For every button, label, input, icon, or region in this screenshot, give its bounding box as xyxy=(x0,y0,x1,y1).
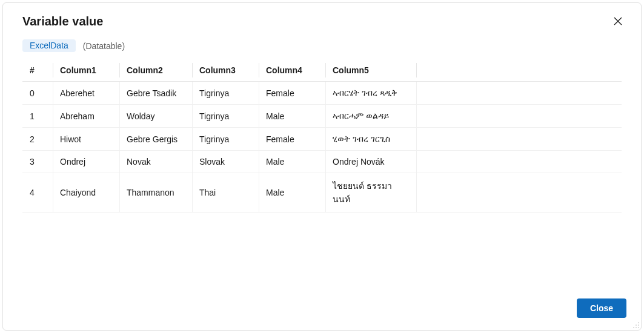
svg-point-3 xyxy=(636,325,637,326)
cell-index: 0 xyxy=(22,82,53,105)
svg-point-2 xyxy=(638,322,639,323)
cell-c5: ኣብርሓም ወልዳይ xyxy=(325,105,416,128)
table-container: # Column1 Column2 Column3 Column4 Column… xyxy=(3,59,641,289)
table-row[interactable]: 3OndrejNovakSlovakMaleOndrej Novák xyxy=(22,151,622,173)
cell-c5: ኣብርሄት ገብረ ጻዲቅ xyxy=(325,82,416,105)
cell-c5: ไชยยนต์ ธรรมานนท์ xyxy=(325,173,416,213)
svg-point-6 xyxy=(636,327,637,328)
cell-spacer xyxy=(416,128,622,151)
cell-index: 4 xyxy=(22,173,53,213)
data-table: # Column1 Column2 Column3 Column4 Column… xyxy=(22,59,622,213)
svg-point-7 xyxy=(638,327,639,328)
cell-index: 2 xyxy=(22,128,53,151)
cell-spacer xyxy=(416,151,622,173)
cell-c3: Tigrinya xyxy=(192,128,259,151)
cell-c1: Ondrej xyxy=(53,151,119,173)
dialog-header: Variable value xyxy=(3,3,641,35)
header-column5[interactable]: Column5 xyxy=(325,59,416,82)
close-icon[interactable] xyxy=(609,13,626,30)
cell-c4: Female xyxy=(259,82,325,105)
cell-c1: Abreham xyxy=(53,105,119,128)
variable-type-label: (Datatable) xyxy=(83,41,125,51)
variable-name-pill[interactable]: ExcelData xyxy=(22,39,76,52)
header-column2[interactable]: Column2 xyxy=(119,59,192,82)
cell-spacer xyxy=(416,105,622,128)
header-index[interactable]: # xyxy=(22,59,53,82)
table-row[interactable]: 0AberehetGebre TsadikTigrinyaFemaleኣብርሄት… xyxy=(22,82,622,105)
cell-c2: Thammanon xyxy=(119,173,192,213)
cell-c4: Male xyxy=(259,173,325,213)
cell-c1: Aberehet xyxy=(53,82,119,105)
cell-c2: Gebre Tsadik xyxy=(119,82,192,105)
svg-point-5 xyxy=(633,327,634,328)
cell-c3: Thai xyxy=(192,173,259,213)
cell-c2: Novak xyxy=(119,151,192,173)
cell-c3: Tigrinya xyxy=(192,82,259,105)
resize-grip-icon[interactable] xyxy=(631,320,640,329)
table-header-row: # Column1 Column2 Column3 Column4 Column… xyxy=(22,59,622,82)
cell-c2: Gebre Gergis xyxy=(119,128,192,151)
cell-c4: Male xyxy=(259,151,325,173)
cell-c4: Male xyxy=(259,105,325,128)
dialog-title: Variable value xyxy=(22,15,103,28)
cell-c1: Chaiyond xyxy=(53,173,119,213)
header-column4[interactable]: Column4 xyxy=(259,59,325,82)
variable-value-dialog: Variable value ExcelData (Datatable) xyxy=(2,2,642,331)
header-column1[interactable]: Column1 xyxy=(53,59,119,82)
header-spacer xyxy=(416,59,622,82)
variable-info-row: ExcelData (Datatable) xyxy=(3,35,641,59)
cell-c5: Ondrej Novák xyxy=(325,151,416,173)
cell-spacer xyxy=(416,173,622,213)
cell-index: 1 xyxy=(22,105,53,128)
cell-c3: Tigrinya xyxy=(192,105,259,128)
close-button[interactable]: Close xyxy=(577,298,626,318)
header-column3[interactable]: Column3 xyxy=(192,59,259,82)
cell-index: 3 xyxy=(22,151,53,173)
cell-c5: ሂወት ገብረ ገርጊስ xyxy=(325,128,416,151)
svg-point-4 xyxy=(638,325,639,326)
cell-c2: Wolday xyxy=(119,105,192,128)
table-row[interactable]: 2HiwotGebre GergisTigrinyaFemaleሂወት ገብረ … xyxy=(22,128,622,151)
table-row[interactable]: 4ChaiyondThammanonThaiMaleไชยยนต์ ธรรมาน… xyxy=(22,173,622,213)
table-row[interactable]: 1AbrehamWoldayTigrinyaMaleኣብርሓም ወልዳይ xyxy=(22,105,622,128)
cell-c4: Female xyxy=(259,128,325,151)
dialog-footer: Close xyxy=(3,289,641,330)
cell-c1: Hiwot xyxy=(53,128,119,151)
cell-c3: Slovak xyxy=(192,151,259,173)
cell-spacer xyxy=(416,82,622,105)
